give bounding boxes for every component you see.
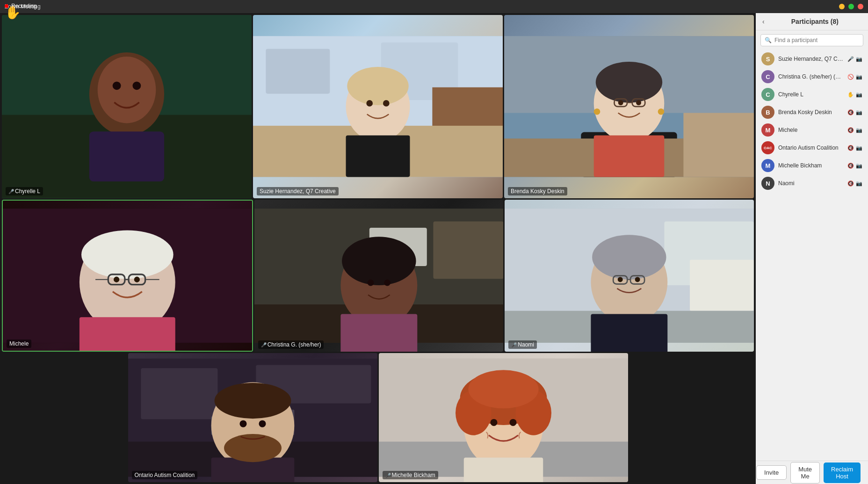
close-button[interactable] [858, 4, 863, 9]
svg-point-62 [592, 235, 666, 280]
reclaim-host-button[interactable]: Reclaim Host [824, 462, 861, 483]
brenda-name-label: Brenda Kosky Deskin [508, 187, 567, 195]
svg-point-78 [224, 434, 282, 462]
svg-rect-9 [266, 49, 330, 94]
search-input[interactable] [774, 37, 859, 43]
video-tile-michelle-b: 🎤 Michelle Bickham [379, 353, 628, 482]
christina-video-muted-icon: 📷 [856, 74, 862, 80]
participant-list: S Suzie Hernandez, Q7 Creati... (Me) 🎤 📷… [756, 50, 868, 461]
video-row-3: Ontario Autism Coalition [2, 353, 754, 482]
search-icon: 🔍 [765, 37, 772, 43]
participant-name-suzie: Suzie Hernandez, Q7 Creati... (Me) [778, 56, 844, 62]
svg-point-29 [618, 100, 623, 105]
svg-point-77 [214, 383, 291, 419]
svg-point-37 [81, 230, 174, 279]
participant-name-michelle-b: Michelle Bickham [778, 162, 844, 169]
video-spacer-left [2, 353, 127, 482]
video-tile-michele: Michele [2, 200, 253, 352]
panel-collapse-chevron[interactable]: ‹ [762, 18, 765, 25]
svg-point-67 [635, 277, 640, 282]
svg-point-80 [259, 420, 266, 427]
participant-icons-christina: 🚫 📷 [847, 74, 862, 80]
christina-name-label: 🎤 Christina G. (she/her) [258, 340, 324, 349]
participant-item-naomi[interactable]: N Naomi 🔇 📷 [756, 174, 868, 192]
maximize-button[interactable] [848, 4, 854, 9]
hand-raise-icon: ✋ [5, 13, 21, 20]
svg-point-17 [383, 100, 390, 107]
svg-rect-24 [594, 135, 665, 177]
video-row-1: 🎤 Chyrelle L [2, 15, 754, 198]
svg-point-90 [490, 419, 497, 426]
participant-item-suzie[interactable]: S Suzie Hernandez, Q7 Creati... (Me) 🎤 📷 [756, 50, 868, 68]
brenda-video-icon: 📷 [856, 109, 862, 116]
chyrelle-hand-icon: ✋ [847, 92, 854, 98]
naomi-video-icon: 📷 [856, 181, 862, 187]
svg-rect-70 [141, 368, 217, 419]
invite-button[interactable]: Invite [756, 465, 787, 480]
svg-rect-3 [89, 131, 164, 181]
video-spacer-right [629, 353, 754, 482]
participant-item-michelle-b[interactable]: M Michelle Bickham 🔇 📷 [756, 157, 868, 174]
video-grid: Recording ✋ [0, 13, 756, 484]
video-row-2: Michele [2, 200, 754, 352]
oac-video-icon: 📷 [856, 145, 862, 151]
participant-name-chyrelle: Chyrelle L [778, 91, 844, 98]
avatar-brenda: B [761, 106, 774, 119]
chyrelle-name: Chyrelle L [15, 188, 40, 195]
michele-name-label: Michele [7, 340, 31, 348]
mute-me-button[interactable]: Mute Me [790, 462, 820, 484]
participant-item-oac[interactable]: OAC Ontario Autism Coalition 🔇 📷 [756, 139, 868, 157]
michelle-b-name: Michelle Bickham [392, 472, 435, 478]
chyrelle-mic-icon: 🎤 [8, 189, 13, 194]
brenda-mic-icon: 🔇 [847, 109, 854, 116]
video-tile-naomi: 🎤 Naomi [505, 200, 754, 352]
naomi-mic-icon: 🔇 [847, 181, 854, 187]
svg-point-15 [347, 67, 408, 105]
participant-name-christina: Christina G. (she/her) (Host) [778, 73, 844, 80]
svg-point-43 [114, 276, 119, 282]
participant-item-brenda[interactable]: B Brenda Kosky Deskin 🔇 📷 [756, 103, 868, 121]
svg-rect-47 [433, 221, 503, 279]
svg-point-32 [658, 108, 665, 115]
svg-point-4 [98, 57, 156, 123]
suzie-name-label: Suzie Hernandez, Q7 Creative [257, 187, 339, 195]
participant-name-oac: Ontario Autism Coalition [778, 144, 844, 151]
michelle-b-name-label: 🎤 Michelle Bickham [383, 471, 438, 479]
suzie-video-status-icon: 📷 [856, 56, 862, 62]
svg-point-16 [366, 100, 373, 107]
participant-icons-suzie: 🎤 📷 [847, 56, 862, 62]
search-box[interactable]: 🔍 [760, 34, 863, 46]
svg-point-30 [636, 100, 641, 105]
avatar-michele: M [761, 123, 774, 137]
participant-name-michele: Michele [778, 127, 844, 133]
title-bar: Zoom Meeting [0, 0, 868, 13]
svg-rect-58 [690, 260, 754, 311]
participant-icons-michele: 🔇 📷 [847, 127, 862, 133]
svg-point-6 [132, 81, 141, 90]
naomi-mic-icon: 🎤 [511, 342, 516, 347]
svg-point-25 [596, 62, 662, 103]
suzie-mic-status-icon: 🎤 [847, 56, 854, 62]
participant-item-chyrelle[interactable]: C Chyrelle L ✋ 📷 [756, 86, 868, 103]
svg-point-31 [594, 108, 600, 115]
svg-rect-61 [591, 314, 668, 352]
svg-point-5 [113, 81, 121, 90]
participant-item-michele[interactable]: M Michele 🔇 📷 [756, 121, 868, 139]
participant-item-christina[interactable]: C Christina G. (she/her) (Host) 🚫 📷 [756, 68, 868, 86]
michele-name: Michele [9, 340, 29, 347]
christina-muted-icon: 🚫 [847, 74, 854, 80]
avatar-suzie: S [761, 52, 774, 65]
participant-icons-naomi: 🔇 📷 [847, 181, 862, 187]
oac-mic-icon: 🔇 [847, 145, 854, 151]
chyrelle-name-label: 🎤 Chyrelle L [6, 187, 43, 195]
participant-icons-chyrelle: ✋ 📷 [847, 92, 862, 98]
svg-point-79 [239, 420, 246, 427]
avatar-michelle-b: M [761, 159, 774, 172]
participants-bottom-bar: Invite Mute Me Reclaim Host [756, 461, 868, 484]
chyrelle-video-icon: 📷 [856, 92, 862, 98]
michelle-b-video-icon: 📷 [856, 163, 862, 169]
minimize-button[interactable] [839, 4, 845, 9]
panel-header: ‹ Participants (8) [756, 13, 868, 30]
participant-name-naomi: Naomi [778, 180, 844, 187]
participant-name-brenda: Brenda Kosky Deskin [778, 109, 844, 116]
